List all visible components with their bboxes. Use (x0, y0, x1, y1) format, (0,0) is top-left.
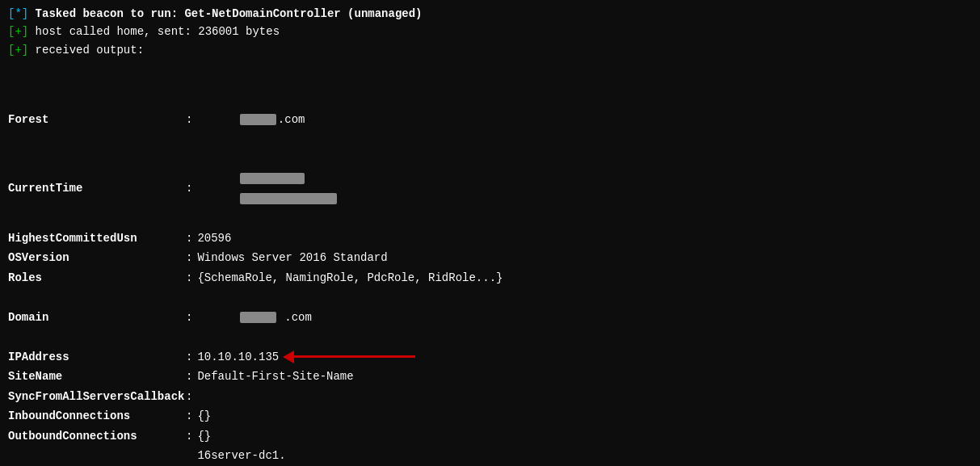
field-ipaddress: IPAddress : 10.10.10.135 (8, 347, 972, 367)
field-value-outboundconnections: {} (197, 426, 211, 447)
field-name-forest: Forest (8, 110, 186, 130)
field-name-row: Name : 16server-dc1. .com (8, 446, 972, 466)
field-highestcommittedusn: HighestCommittedUsn : 20596 (8, 229, 972, 249)
redacted-currenttime2 (240, 193, 337, 204)
field-value-name: 16server-dc1. .com (197, 446, 305, 466)
colon-ipaddress: : (186, 347, 192, 367)
output-fields: Forest : .com CurrentTime : HighestCommi… (8, 90, 972, 466)
field-name-outboundconnections: OutboundConnections (8, 426, 186, 447)
field-osversion: OSVersion : Windows Server 2016 Standard (8, 248, 972, 268)
field-name-syncfromallserverscallback: SyncFromAllServersCallback (8, 387, 186, 407)
red-arrow (283, 351, 415, 363)
field-name-currenttime: CurrentTime (8, 178, 186, 199)
colon-syncfromallserverscallback: : (186, 387, 192, 407)
field-name-inboundconnections: InboundConnections (8, 406, 186, 426)
field-sitename: SiteName : Default-First-Site-Name (8, 367, 972, 387)
field-outboundconnections: OutboundConnections : {} (8, 426, 972, 447)
field-value-currenttime (197, 149, 338, 229)
field-value-roles: {SchemaRole, NamingRole, PdcRole, RidRol… (197, 268, 503, 288)
field-value-domain: .com (197, 288, 311, 347)
colon-roles: : (186, 268, 192, 288)
field-domain: Domain : .com (8, 288, 972, 347)
colon-inboundconnections: : (186, 406, 192, 426)
header-line1-text: Tasked beacon to run: Get-NetDomainContr… (28, 5, 422, 23)
arrow-head (283, 351, 294, 363)
colon-domain: : (186, 308, 192, 328)
colon-currenttime: : (186, 178, 192, 199)
field-name-ipaddress: IPAddress (8, 347, 186, 367)
field-name-domain: Domain (8, 308, 186, 328)
colon-outboundconnections: : (186, 426, 192, 447)
colon-sitename: : (186, 367, 192, 387)
header-line3-text: received output: (28, 41, 144, 59)
field-value-ipaddress: 10.10.10.135 (197, 347, 279, 367)
field-currenttime: CurrentTime : (8, 149, 972, 229)
header-line1: [*] Tasked beacon to run: Get-NetDomainC… (8, 5, 972, 23)
arrow-body (294, 355, 415, 358)
header-line3: [+] received output: (8, 41, 972, 59)
field-name-sitename: SiteName (8, 367, 186, 387)
field-forest: Forest : .com (8, 90, 972, 149)
header-line2-text: host called home, sent: 236001 bytes (28, 23, 280, 40)
colon-forest: : (186, 110, 192, 130)
colon-osversion: : (186, 248, 192, 268)
redacted-currenttime1 (240, 173, 305, 184)
field-value-highestcommittedusn: 20596 (197, 229, 231, 249)
field-name-highestcommittedusn: HighestCommittedUsn (8, 229, 186, 249)
field-name-roles: Roles (8, 268, 186, 288)
bracket-star-1: [*] (8, 5, 28, 23)
redacted-domain (240, 312, 276, 323)
bracket-plus-2: [+] (8, 41, 28, 59)
colon-highestcommittedusn: : (186, 229, 192, 249)
bracket-plus-1: [+] (8, 23, 28, 40)
field-roles: Roles : {SchemaRole, NamingRole, PdcRole… (8, 268, 972, 288)
field-value-inboundconnections: {} (197, 406, 211, 426)
field-name-osversion: OSVersion (8, 248, 186, 268)
field-syncfromallserverscallback: SyncFromAllServersCallback : (8, 387, 972, 407)
field-value-sitename: Default-First-Site-Name (197, 367, 353, 387)
field-inboundconnections: InboundConnections : {} (8, 406, 972, 426)
field-value-osversion: Windows Server 2016 Standard (197, 248, 387, 268)
redacted-forest (240, 114, 276, 125)
field-value-forest: .com (197, 90, 305, 149)
header-line2: [+] host called home, sent: 236001 bytes (8, 23, 972, 40)
